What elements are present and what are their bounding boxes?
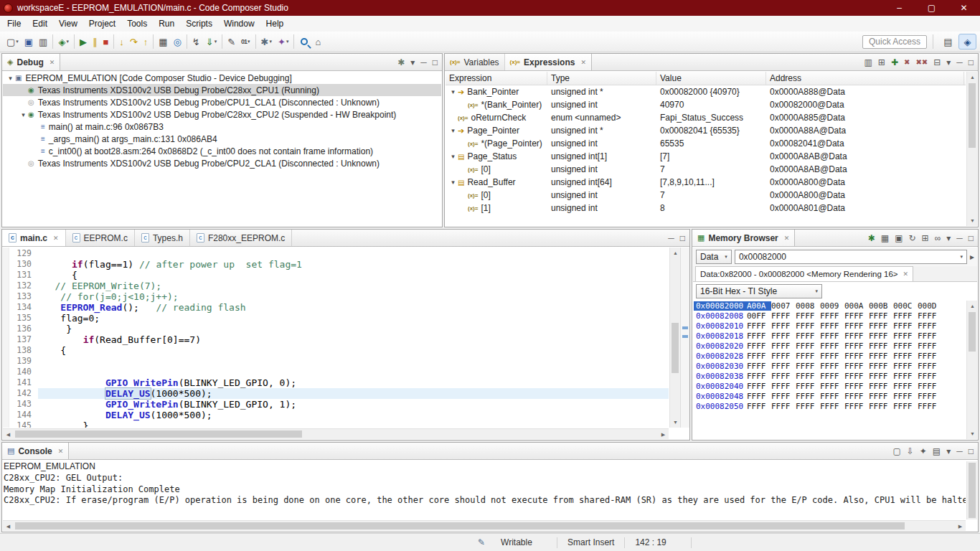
- memory-row[interactable]: 0x00082048FFFFFFFFFFFFFFFFFFFFFFFFFFFFFF…: [694, 391, 966, 401]
- memory-cell[interactable]: 00FF: [747, 311, 771, 321]
- code-line[interactable]: 139: [9, 356, 669, 367]
- close-icon[interactable]: ✕: [784, 235, 790, 242]
- refresh-memory-icon[interactable]: ↻: [909, 234, 916, 242]
- memory-cell[interactable]: FFFF: [893, 321, 918, 331]
- menu-file[interactable]: File: [1, 17, 27, 31]
- column-header-value[interactable]: Value: [656, 72, 766, 85]
- scrollbar-thumb[interactable]: [15, 430, 302, 438]
- expression-row[interactable]: ▾➔Page_Pointerunsigned int *0x00082041 {…: [446, 124, 966, 137]
- scrollbar-thumb[interactable]: [969, 83, 976, 148]
- memory-cell[interactable]: FFFF: [747, 402, 771, 411]
- line-number[interactable]: 144: [9, 410, 38, 420]
- memory-cell[interactable]: FFFF: [844, 352, 869, 361]
- search-button[interactable]: [296, 34, 312, 50]
- view-menu-icon[interactable]: ▾: [946, 58, 951, 67]
- expression-row[interactable]: (x)=*(Page_Pointer)unsigned int655350x00…: [446, 137, 966, 150]
- memory-cell[interactable]: FFFF: [918, 352, 942, 361]
- memory-cell[interactable]: FFFF: [893, 362, 918, 371]
- debug-tree-item[interactable]: ≡_args_main() at args_main.c:131 0x086AB…: [3, 133, 441, 145]
- memory-cell[interactable]: FFFF: [844, 402, 869, 411]
- memory-cell[interactable]: FFFF: [893, 352, 918, 361]
- view-gear-icon[interactable]: ✱: [397, 58, 405, 67]
- close-icon[interactable]: ✕: [53, 235, 59, 242]
- expressions-scrollbar[interactable]: ▲ ▼: [966, 72, 977, 226]
- twisty-icon[interactable]: ▾: [448, 127, 458, 134]
- expression-row[interactable]: (x)=*(Bank_Pointer)unsigned int409700x00…: [446, 98, 966, 111]
- scrollbar-thumb[interactable]: [15, 522, 905, 529]
- twisty-icon[interactable]: ▾: [448, 153, 458, 160]
- memory-cell[interactable]: FFFF: [747, 362, 771, 371]
- memory-space-select[interactable]: Data ▾: [696, 250, 732, 264]
- memory-cell[interactable]: FFFF: [796, 402, 820, 411]
- editor-tab-types.h[interactable]: cTypes.h: [135, 230, 190, 246]
- step-return-button[interactable]: ↑: [141, 34, 151, 50]
- memory-cell[interactable]: FFFF: [893, 331, 918, 341]
- line-number[interactable]: 134: [9, 302, 38, 313]
- line-number[interactable]: 143: [9, 399, 38, 410]
- display-console-icon[interactable]: ▤: [933, 447, 941, 456]
- memory-cell[interactable]: FFFF: [747, 352, 771, 361]
- maximize-view-icon[interactable]: □: [969, 58, 974, 67]
- suspend-button[interactable]: ∥: [90, 34, 100, 50]
- memory-cell[interactable]: FFFF: [747, 372, 771, 381]
- scroll-left-icon[interactable]: ◀: [3, 429, 14, 440]
- memory-cell[interactable]: FFFF: [844, 392, 869, 401]
- memory-cell[interactable]: FFFF: [869, 342, 893, 351]
- memory-cell[interactable]: FFFF: [771, 331, 796, 341]
- debug-tree-item[interactable]: ▾▣EEPROM_EMULATION [Code Composer Studio…: [3, 72, 441, 84]
- line-number[interactable]: 135: [9, 313, 38, 324]
- memory-cell[interactable]: FFFF: [869, 362, 893, 371]
- memory-cell[interactable]: 000A: [844, 301, 869, 311]
- chart-mode-icon[interactable]: ▦: [881, 234, 889, 242]
- resume-button[interactable]: ▶: [77, 34, 90, 50]
- memory-cell[interactable]: FFFF: [820, 392, 844, 401]
- memory-cell[interactable]: FFFF: [820, 372, 844, 381]
- expression-row[interactable]: (x)=[0]unsigned int70x0000A8AB@Data: [446, 163, 966, 176]
- close-icon[interactable]: ✕: [58, 448, 64, 455]
- link-rendering-icon[interactable]: ∞: [935, 234, 941, 242]
- menu-window[interactable]: Window: [218, 17, 260, 31]
- new-file-button[interactable]: ▢▾: [4, 34, 22, 50]
- twisty-icon[interactable]: ▾: [448, 88, 458, 95]
- line-number[interactable]: 132: [9, 281, 38, 291]
- memory-address[interactable]: 0x00082040: [694, 382, 747, 391]
- console-horizontal-scrollbar[interactable]: ◀ ▶: [3, 520, 966, 531]
- memory-cell[interactable]: FFFF: [869, 352, 893, 361]
- memory-cell[interactable]: FFFF: [893, 382, 918, 391]
- maximize-view-icon[interactable]: □: [969, 447, 974, 456]
- memory-cell[interactable]: FFFF: [844, 382, 869, 391]
- scroll-down-icon[interactable]: ▼: [967, 428, 978, 439]
- scroll-lock-icon[interactable]: ⇩: [907, 447, 914, 456]
- column-header-expression[interactable]: Expression: [446, 72, 547, 85]
- memory-cell[interactable]: FFFF: [771, 372, 796, 381]
- terminate-button[interactable]: ■: [100, 34, 111, 50]
- memory-cell[interactable]: FFFF: [771, 321, 796, 331]
- debug-tree-item[interactable]: ≡c_int00() at boot28.asm:264 0x0868D2 (_…: [3, 145, 441, 157]
- code-line[interactable]: 130 if(flag==1) // after power up set fl…: [9, 259, 669, 270]
- memory-address[interactable]: 0x00082050: [694, 402, 747, 411]
- quick-access-box[interactable]: Quick Access: [862, 35, 927, 49]
- memory-cell[interactable]: 0007: [771, 301, 796, 311]
- debug-tree-item[interactable]: ◉Texas Instruments XDS100v2 USB Debug Pr…: [3, 84, 441, 96]
- memory-format-select[interactable]: 16-Bit Hex - TI Style ▾: [696, 284, 822, 298]
- remove-all-expressions-icon[interactable]: ✖✖: [915, 59, 928, 66]
- debug-tree-item[interactable]: ◎Texas Instruments XDS100v2 USB Debug Pr…: [3, 157, 441, 169]
- memory-address[interactable]: 0x00082000: [694, 301, 747, 311]
- expression-row[interactable]: ▾▤Page_Statusunsigned int[1][7]0x0000A8A…: [446, 150, 966, 163]
- scroll-up-icon[interactable]: ▲: [967, 72, 978, 83]
- scroll-down-icon[interactable]: ▼: [967, 215, 978, 226]
- external-tools-button[interactable]: ✦▾: [275, 34, 291, 50]
- code-line[interactable]: 133 // for(j=0;j<10;j++);: [9, 291, 669, 302]
- memory-address[interactable]: 0x00082038: [694, 372, 747, 381]
- memory-address-input[interactable]: 0x00082000 ▾: [735, 250, 967, 264]
- editor-tab-f280xx_eeprom.c[interactable]: cF280xx_EEPROM.c: [190, 230, 292, 246]
- editor-horizontal-scrollbar[interactable]: ◀ ▶: [3, 428, 669, 439]
- step-over-button[interactable]: ↷: [127, 34, 141, 50]
- scroll-down-icon[interactable]: ▼: [670, 417, 681, 428]
- line-number[interactable]: 145: [9, 420, 38, 428]
- expression-row[interactable]: ▾➔Bank_Pointerunsigned int *0x00082000 {…: [446, 85, 966, 98]
- memory-cell[interactable]: FFFF: [796, 382, 820, 391]
- memory-cell[interactable]: 000B: [869, 301, 893, 311]
- code-line[interactable]: 143 GPIO_WritePin(BLINKY_LED_GPIO, 1);: [9, 399, 669, 410]
- memory-cell[interactable]: FFFF: [771, 382, 796, 391]
